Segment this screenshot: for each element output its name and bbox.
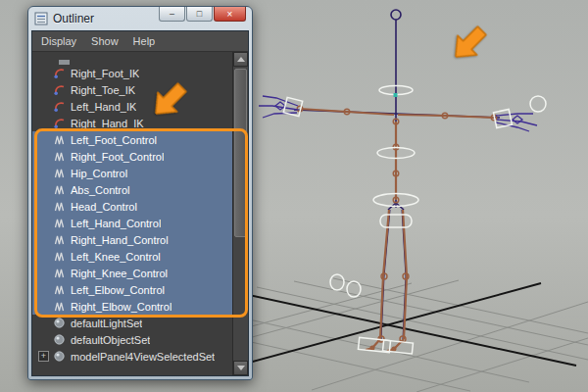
list-item-label: Head_Control: [71, 201, 137, 213]
list-item-label: Hip_Control: [71, 168, 127, 179]
curve-icon: [53, 200, 66, 213]
scroll-up-button[interactable]: [233, 52, 248, 67]
window-title: Outliner: [53, 12, 94, 25]
curve-icon: [53, 183, 66, 196]
list-item-label: Right_Foot_Control: [71, 151, 164, 163]
list-item[interactable]: Head_Control: [32, 198, 232, 215]
ik-handle-icon: [53, 100, 66, 113]
close-button[interactable]: ×: [214, 7, 246, 22]
list-item-label: Right_Knee_Control: [71, 268, 168, 279]
scrollbar-thumb[interactable]: [234, 69, 247, 237]
ik-handle-icon: [53, 117, 66, 129]
list-item[interactable]: Hip_Control: [32, 165, 232, 181]
expand-icon[interactable]: +: [38, 351, 49, 362]
clipped-icon: [59, 60, 70, 65]
set-icon: [53, 333, 66, 346]
triangle-down-icon: [237, 366, 245, 370]
list-item[interactable]: Right_Knee_Control: [32, 265, 232, 281]
list-item[interactable]: Left_Hand_Control: [32, 215, 232, 231]
list-item[interactable]: Right_Foot_Control: [32, 148, 232, 165]
curve-icon: [53, 283, 66, 296]
list-item[interactable]: Left_Knee_Control: [32, 248, 232, 265]
curve-icon: [53, 217, 66, 229]
outliner-content: Display Show Help Right_Foot_IKRight_Toe…: [31, 30, 249, 376]
character-rig: [259, 10, 546, 354]
list-item-label: Abs_Control: [71, 184, 130, 196]
expander-cell: +: [38, 351, 53, 362]
list-item[interactable]: Right_Foot_IK: [32, 65, 232, 81]
curve-icon: [53, 150, 66, 163]
list-item-label: Left_Elbow_Control: [71, 284, 165, 296]
minimize-button[interactable]: –: [159, 7, 185, 22]
curve-icon: [53, 300, 66, 313]
ik-handle-icon: [53, 83, 66, 96]
list-item-label: defaultLightSet: [71, 318, 142, 329]
scroll-down-button[interactable]: [233, 361, 248, 375]
scrollbar-track[interactable]: [233, 67, 248, 361]
titlebar[interactable]: Outliner – □ ×: [28, 7, 252, 30]
menubar: Display Show Help: [32, 31, 248, 52]
outliner-window: Outliner – □ × Display Show Help Right_F…: [27, 6, 253, 380]
list-item-label: Right_Foot_IK: [71, 68, 139, 79]
outliner-list: Right_Foot_IKRight_Toe_IKLeft_Hand_IKRig…: [32, 52, 232, 375]
outliner-window-icon: [34, 12, 48, 25]
list-item[interactable]: Abs_Control: [32, 181, 232, 198]
scrollbar[interactable]: [232, 52, 248, 375]
ik-handle-icon: [53, 67, 66, 79]
list-item-label: defaultObjectSet: [71, 334, 150, 346]
outliner-list-area: Right_Foot_IKRight_Toe_IKLeft_Hand_IKRig…: [32, 52, 248, 375]
maximize-button[interactable]: □: [186, 7, 213, 22]
list-item[interactable]: Right_Elbow_Control: [32, 298, 232, 315]
list-item-label: Right_Toe_IK: [71, 84, 135, 96]
list-item[interactable]: Left_Elbow_Control: [32, 281, 232, 298]
menu-display[interactable]: Display: [41, 35, 76, 47]
list-item[interactable]: Right_Hand_Control: [32, 231, 232, 248]
list-item[interactable]: Left_Hand_IK: [32, 98, 232, 115]
list-item-label: Right_Hand_Control: [71, 234, 169, 246]
triangle-up-icon: [237, 57, 245, 62]
set-icon: [53, 317, 66, 329]
menu-show[interactable]: Show: [91, 35, 119, 47]
list-item-label: Left_Knee_Control: [71, 251, 161, 263]
list-item[interactable]: Right_Toe_IK: [32, 81, 232, 98]
list-item[interactable]: +modelPanel4ViewSelectedSet: [32, 348, 232, 365]
menu-help[interactable]: Help: [133, 35, 156, 47]
set-icon: [53, 350, 66, 363]
maya-workspace: Outliner – □ × Display Show Help Right_F…: [0, 0, 588, 392]
curve-icon: [53, 167, 66, 179]
list-item-label: modelPanel4ViewSelectedSet: [71, 351, 215, 363]
curve-icon: [53, 267, 66, 279]
curve-icon: [53, 233, 66, 246]
window-controls: – □ ×: [158, 7, 246, 22]
curve-icon: [53, 250, 66, 263]
list-item-label: Right_Hand_IK: [71, 118, 144, 129]
list-item-label: Left_Foot_Control: [71, 134, 157, 146]
clipped-row: [32, 52, 232, 65]
list-item-label: Left_Hand_IK: [71, 101, 136, 113]
list-item[interactable]: Right_Hand_IK: [32, 115, 232, 131]
curve-icon: [53, 133, 66, 146]
list-item-label: Right_Elbow_Control: [71, 301, 172, 313]
list-item[interactable]: defaultObjectSet: [32, 331, 232, 348]
list-item[interactable]: Left_Foot_Control: [32, 131, 232, 148]
list-item[interactable]: defaultLightSet: [32, 315, 232, 331]
list-item-label: Left_Hand_Control: [71, 218, 161, 229]
